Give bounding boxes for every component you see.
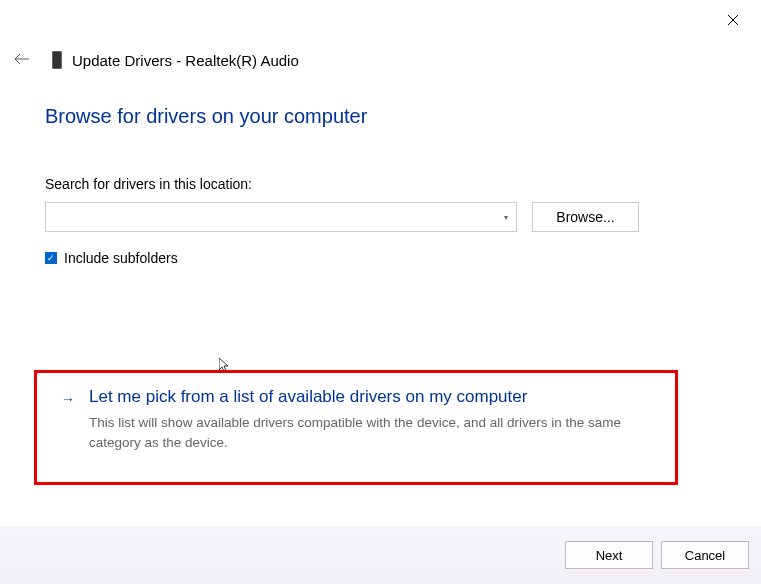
path-input[interactable]: ▾ — [45, 202, 517, 232]
back-button[interactable] — [10, 47, 34, 73]
path-row: ▾ Browse... — [45, 202, 716, 232]
content-area: Browse for drivers on your computer Sear… — [45, 105, 716, 266]
device-icon — [52, 51, 62, 69]
next-button[interactable]: Next — [565, 541, 653, 569]
arrow-right-icon: → — [61, 391, 75, 454]
option-title: Let me pick from a list of available dri… — [89, 387, 655, 407]
footer: Next Cancel — [0, 526, 761, 584]
include-subfolders-row[interactable]: ✓ Include subfolders — [45, 250, 716, 266]
option-text: Let me pick from a list of available dri… — [89, 387, 655, 454]
page-heading: Browse for drivers on your computer — [45, 105, 716, 128]
option-inner: → Let me pick from a list of available d… — [61, 387, 655, 454]
header: Update Drivers - Realtek(R) Audio — [10, 47, 299, 73]
chevron-down-icon[interactable]: ▾ — [504, 213, 508, 222]
pick-from-list-option[interactable]: → Let me pick from a list of available d… — [34, 370, 678, 485]
title-group: Update Drivers - Realtek(R) Audio — [52, 51, 299, 69]
option-description: This list will show available drivers co… — [89, 413, 655, 454]
browse-button[interactable]: Browse... — [532, 202, 639, 232]
include-subfolders-checkbox[interactable]: ✓ — [45, 252, 57, 264]
cancel-button[interactable]: Cancel — [661, 541, 749, 569]
search-label: Search for drivers in this location: — [45, 176, 716, 192]
window-title: Update Drivers - Realtek(R) Audio — [72, 52, 299, 69]
include-subfolders-label: Include subfolders — [64, 250, 178, 266]
close-button[interactable] — [723, 10, 743, 30]
